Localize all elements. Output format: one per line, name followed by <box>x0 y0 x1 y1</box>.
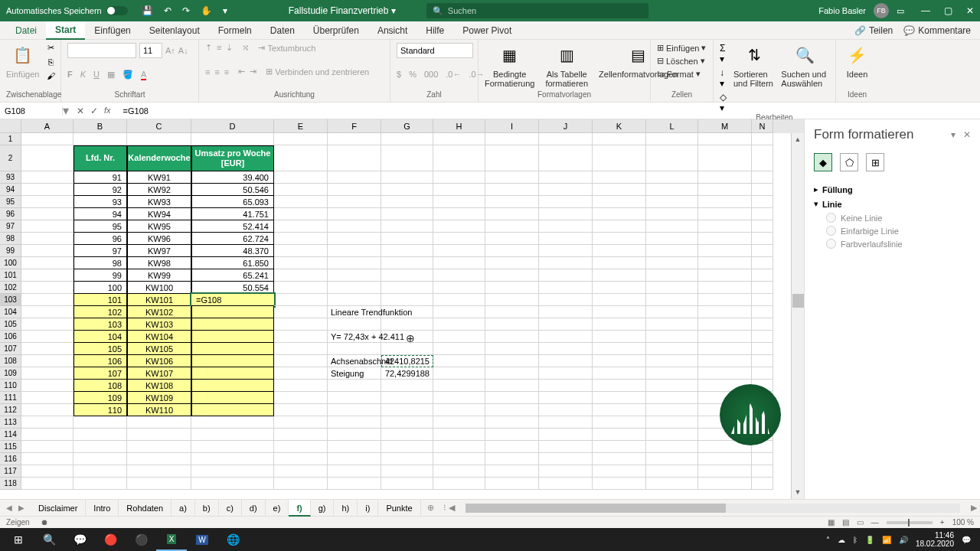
increase-font-icon[interactable]: A↑ <box>165 43 175 58</box>
app-icon-1[interactable]: 💬 <box>64 528 95 551</box>
cell[interactable] <box>21 416 74 429</box>
cell[interactable] <box>433 245 485 257</box>
cell[interactable] <box>191 318 274 331</box>
cell[interactable] <box>21 245 74 257</box>
align-middle-icon[interactable]: ≡ <box>217 43 221 53</box>
cell[interactable] <box>21 294 74 306</box>
edge-icon[interactable]: 🌐 <box>217 528 248 551</box>
sheet-tab[interactable]: e) <box>266 500 289 517</box>
cell[interactable] <box>593 133 646 145</box>
cell[interactable]: KW96 <box>127 233 191 245</box>
insert-cells-button[interactable]: ⊞ Einfügen ▾ <box>657 43 706 53</box>
cell[interactable] <box>381 282 433 294</box>
cell[interactable] <box>752 220 773 233</box>
fill-expand[interactable]: ▸ Füllung <box>814 182 971 197</box>
cell[interactable] <box>485 184 539 196</box>
cell[interactable] <box>539 306 593 318</box>
cell[interactable] <box>127 453 191 465</box>
cell[interactable] <box>752 465 773 478</box>
cell[interactable] <box>274 392 328 404</box>
cell[interactable] <box>433 478 485 490</box>
cell[interactable] <box>646 343 698 355</box>
view-normal-icon[interactable]: ▦ <box>828 518 835 527</box>
cell[interactable]: =G108 <box>191 294 274 306</box>
zoom-in-icon[interactable]: + <box>940 518 945 527</box>
row-header[interactable]: 100 <box>0 257 21 269</box>
cell[interactable] <box>21 220 74 233</box>
panel-menu-icon[interactable]: ▾ <box>951 129 956 140</box>
cell[interactable]: KW108 <box>127 380 191 392</box>
cell[interactable] <box>646 465 698 478</box>
cell[interactable]: Y= 72,43x + 42.411 <box>328 331 381 343</box>
sheet-tab[interactable]: Disclaimer <box>31 500 86 517</box>
cell[interactable] <box>646 220 698 233</box>
format-painter-icon[interactable]: 🖌 <box>47 71 55 80</box>
column-header-E[interactable]: E <box>274 119 328 133</box>
cell[interactable] <box>698 318 752 331</box>
cell[interactable] <box>485 306 539 318</box>
cell[interactable] <box>752 145 773 171</box>
cell[interactable] <box>433 282 485 294</box>
row-header[interactable]: 97 <box>0 220 21 233</box>
tab-einfuegen[interactable]: Einfügen <box>85 21 139 40</box>
formula-input[interactable]: =G108 <box>119 106 980 116</box>
cell[interactable] <box>485 196 539 208</box>
word-icon[interactable]: W <box>187 528 217 551</box>
cell[interactable]: 96 <box>74 233 127 245</box>
cell[interactable] <box>381 380 433 392</box>
cell[interactable] <box>593 367 646 380</box>
tab-powerpivot[interactable]: Power Pivot <box>453 21 521 40</box>
cell[interactable] <box>433 306 485 318</box>
cell[interactable] <box>274 171 328 184</box>
cell[interactable] <box>593 429 646 441</box>
cell[interactable] <box>21 343 74 355</box>
cell[interactable] <box>381 257 433 269</box>
cell[interactable] <box>274 404 328 416</box>
cell[interactable] <box>752 233 773 245</box>
cell[interactable] <box>485 465 539 478</box>
cell[interactable] <box>593 478 646 490</box>
cell[interactable] <box>698 257 752 269</box>
macro-record-icon[interactable]: ⏺ <box>41 518 48 527</box>
column-header-H[interactable]: H <box>433 119 485 133</box>
cell[interactable] <box>698 171 752 184</box>
paste-icon[interactable]: 📋 <box>11 43 35 67</box>
cell[interactable] <box>433 184 485 196</box>
cell[interactable] <box>646 355 698 367</box>
cell[interactable]: 95 <box>74 220 127 233</box>
cell[interactable] <box>191 331 274 343</box>
cell[interactable] <box>539 133 593 145</box>
format-table-icon[interactable]: ▥ <box>554 43 579 67</box>
battery-icon[interactable]: 🔋 <box>865 536 874 544</box>
wifi-icon[interactable]: 📶 <box>882 536 891 544</box>
cell[interactable]: 52.414 <box>191 220 274 233</box>
inc-decimal-icon[interactable]: .0← <box>446 70 461 79</box>
cell[interactable] <box>433 367 485 380</box>
cell[interactable] <box>539 269 593 282</box>
vertical-scrollbar[interactable]: ▲ ▼ <box>791 133 804 499</box>
panel-close-icon[interactable]: ✕ <box>963 129 971 140</box>
cell[interactable] <box>328 282 381 294</box>
cell[interactable] <box>381 233 433 245</box>
cell[interactable] <box>646 269 698 282</box>
cell[interactable] <box>274 269 328 282</box>
view-layout-icon[interactable]: ▤ <box>842 518 849 527</box>
column-header-A[interactable]: A <box>21 119 74 133</box>
cell[interactable] <box>539 465 593 478</box>
cell[interactable] <box>752 257 773 269</box>
cell[interactable] <box>485 453 539 465</box>
cell[interactable] <box>698 306 752 318</box>
cell[interactable] <box>698 133 752 145</box>
cell[interactable] <box>433 220 485 233</box>
format-table-button[interactable]: Als Tabelle formatieren <box>545 70 588 88</box>
cell[interactable] <box>328 171 381 184</box>
cell[interactable]: KW98 <box>127 257 191 269</box>
cell[interactable]: 97 <box>74 245 127 257</box>
cell[interactable] <box>646 380 698 392</box>
cell[interactable] <box>433 318 485 331</box>
cell[interactable] <box>646 453 698 465</box>
line-expand[interactable]: ▾ Linie <box>814 197 971 211</box>
save-icon[interactable]: 💾 <box>142 5 153 16</box>
underline-icon[interactable]: U <box>93 70 100 80</box>
row-header[interactable]: 93 <box>0 171 21 184</box>
